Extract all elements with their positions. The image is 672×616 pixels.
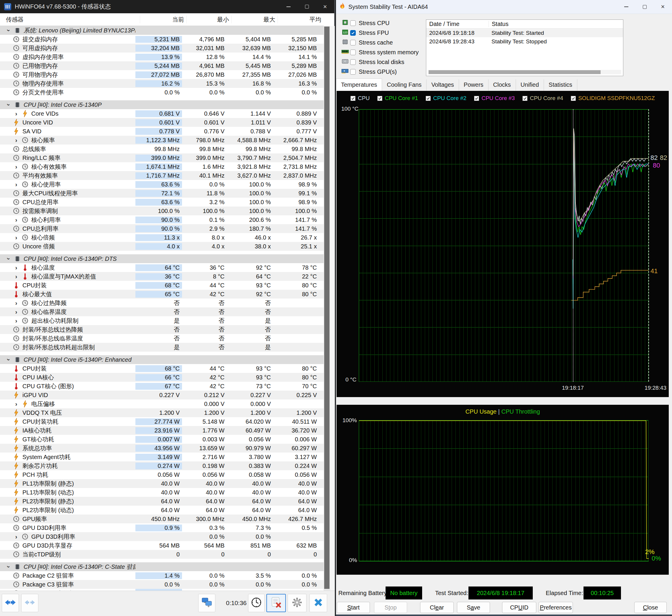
legend-checkbox[interactable] <box>522 96 527 101</box>
tab-voltages[interactable]: Voltages <box>427 79 459 91</box>
collapse-icon[interactable]: › <box>4 255 13 262</box>
expand-icon[interactable]: › <box>12 216 21 223</box>
minimize-button[interactable] <box>617 0 635 14</box>
checkbox-cpu[interactable] <box>350 20 356 26</box>
settings-button[interactable] <box>288 594 307 612</box>
tab-clocks[interactable]: Clocks <box>489 79 516 91</box>
close-button[interactable]: Close <box>634 602 667 613</box>
sensor-row[interactable]: Uncore VID0.601 V0.601 V1.011 V0.839 V <box>0 118 324 127</box>
sensor-row[interactable]: System Agent功耗3.149 W2.716 W3.780 W3.127… <box>0 453 324 461</box>
sensor-row[interactable]: GT核心功耗0.007 W0.003 W0.056 W0.006 W <box>0 435 324 444</box>
back-forward-button[interactable] <box>2 594 19 612</box>
log-row[interactable]: 2024/6/8 19:18:18Stability Test: Started <box>426 29 623 37</box>
sensor-row[interactable]: CPU封装68 °C44 °C93 °C80 °C <box>0 281 324 290</box>
cpuid-button[interactable]: CPUID <box>502 602 536 613</box>
preferences-button[interactable]: Preferences <box>539 602 573 613</box>
collapse-arrows-button[interactable] <box>21 594 38 612</box>
collapse-icon[interactable]: › <box>4 101 13 108</box>
minimize-button[interactable] <box>279 0 298 13</box>
legend-checkbox[interactable] <box>350 96 355 101</box>
expand-icon[interactable]: › <box>12 110 21 117</box>
start-button[interactable]: Start <box>337 602 370 613</box>
tab-unified[interactable]: Unified <box>516 79 544 91</box>
column-header-max[interactable]: 最大 <box>231 16 278 23</box>
maximize-button[interactable] <box>635 0 654 14</box>
sensor-row[interactable]: GPU D3D利用率0.9 %0.3 %7.3 %0.5 % <box>0 523 324 532</box>
sensor-row[interactable]: Package C3 驻留率0.0 %0.0 %0.0 %0.0 % <box>0 580 324 589</box>
clock-button[interactable] <box>248 594 265 612</box>
sensor-row[interactable]: 最大CPU/线程使用率72.1 %11.8 %100.0 %99.1 % <box>0 189 324 198</box>
sensor-row[interactable]: CPU总使用率63.6 %3.2 %100.0 %98.9 % <box>0 198 324 207</box>
column-header-current[interactable]: 当前 <box>140 16 186 23</box>
sensor-row[interactable]: ›核心有效频率1,674.1 MHz1.6 MHz3,921.8 MHz2,73… <box>0 162 324 171</box>
sensor-row[interactable]: 提交虚拟内存5,231 MB4,796 MB5,404 MB5,285 MB <box>0 35 324 44</box>
tab-temperatures[interactable]: Temperatures <box>336 78 382 91</box>
sensor-row[interactable]: 按需频率调制100.0 %100.0 %100.0 %100.0 % <box>0 207 324 215</box>
checkbox-cache[interactable] <box>350 40 356 45</box>
sensor-row[interactable]: GPU D3D共享显存564 MB564 MB851 MB632 MB <box>0 541 324 550</box>
sensor-row[interactable]: GPU频率450.0 MHz300.0 MHz450.0 MHz426.7 MH… <box>0 515 324 523</box>
expand-icon[interactable]: › <box>12 273 21 280</box>
sensor-row[interactable]: PL2功率限制 (静态)64.0 W64.0 W64.0 W64.0 W <box>0 497 324 506</box>
sensor-row[interactable]: 核心最大值65 °C42 °C92 °C80 °C <box>0 290 324 299</box>
sensor-row[interactable]: ›核心温度64 °C36 °C92 °C78 °C <box>0 263 324 272</box>
log-column-status[interactable]: Status <box>489 21 623 27</box>
legend-checkbox[interactable] <box>377 96 382 101</box>
sensor-section-header[interactable]: ›CPU [#0]: Intel Core i5-1340P <box>0 100 324 109</box>
sensor-row[interactable]: 系统总功率43.956 W13.659 W90.979 W60.297 W <box>0 444 324 453</box>
sensor-row[interactable]: 封装/环形总线过热降频否否否 <box>0 325 324 334</box>
collapse-icon[interactable]: › <box>4 27 13 34</box>
sensor-row[interactable]: PL1功率限制 (动态)40.0 W40.0 W40.0 W40.0 W <box>0 488 324 497</box>
sensor-row[interactable]: iGPU VID0.227 V0.212 V0.227 V0.225 V <box>0 391 324 399</box>
sensor-row[interactable]: 封装/环形总线临界温度否否否 <box>0 334 324 343</box>
sensor-row[interactable]: ›电压偏移0.000 V0.000 V <box>0 399 324 408</box>
sensor-row[interactable]: SA VID0.778 V0.776 V0.788 V0.777 V <box>0 127 324 136</box>
expand-icon[interactable]: › <box>12 181 21 188</box>
sensor-row[interactable]: ›超出核心功耗限制是否是 <box>0 316 324 325</box>
expand-icon[interactable]: › <box>12 299 21 307</box>
log-column-datetime[interactable]: Date / Time <box>426 21 489 27</box>
tab-statistics[interactable]: Statistics <box>544 79 577 91</box>
sensor-row[interactable]: Ring/LLC 频率399.0 MHz399.0 MHz3,790.7 MHz… <box>0 153 324 162</box>
sensor-row[interactable]: CPU总利用率90.0 %2.9 %180.7 %141.7 % <box>0 224 324 233</box>
log-row[interactable]: 2024/6/8 19:28:43Stability Test: Stopped <box>426 37 623 46</box>
sensor-row[interactable]: 已用物理内存5,244 MB4,961 MB5,445 MB5,289 MB <box>0 61 324 70</box>
legend-checkbox[interactable] <box>474 96 479 101</box>
maximize-button[interactable] <box>298 0 316 13</box>
tab-cooling-fans[interactable]: Cooling Fans <box>382 79 427 91</box>
expand-icon[interactable]: › <box>12 264 21 271</box>
close-button[interactable]: × <box>654 0 672 14</box>
sensor-row[interactable]: CPU GT核心 (图形)67 °C42 °C73 °C70 °C <box>0 382 324 391</box>
sensor-row[interactable]: CPU IA核心66 °C42 °C93 °C80 °C <box>0 373 324 382</box>
log-horizontal-scrollbar[interactable] <box>428 70 621 74</box>
aida64-titlebar[interactable]: System Stability Test - AIDA64 × <box>336 0 672 14</box>
column-header-avg[interactable]: 平均 <box>278 16 324 23</box>
sensor-row[interactable]: 分页文件使用率0.0 %0.0 %0.0 %0.0 % <box>0 88 324 97</box>
logging-stop-button[interactable] <box>266 594 286 612</box>
expand-icon[interactable]: › <box>12 234 21 241</box>
sensor-section-header[interactable]: ›CPU [#0]: Intel Core i5-1340P: C-State … <box>0 562 324 571</box>
sensor-row[interactable]: 可用虚拟内存32,204 MB32,031 MB32,639 MB32,150 … <box>0 44 324 53</box>
sensor-row[interactable]: 当前cTDP级别0000 <box>0 550 324 559</box>
collapse-icon[interactable]: › <box>4 356 13 363</box>
sensor-row[interactable]: ›核心频率1,122.3 MHz798.0 MHz4,588.8 MHz2,66… <box>0 136 324 145</box>
sensor-row[interactable]: 平均有效频率1,716.7 MHz40.1 MHz3,627.0 MHz2,83… <box>0 171 324 180</box>
collapse-icon[interactable]: › <box>4 563 13 570</box>
sensor-row[interactable]: CPU封装68 °C44 °C93 °C80 °C <box>0 364 324 373</box>
remote-monitoring-button[interactable] <box>198 594 215 612</box>
expand-icon[interactable]: › <box>12 137 21 144</box>
sensor-row[interactable]: IA核心功耗23.916 W1.776 W60.497 W36.720 W <box>0 426 324 435</box>
checkbox-fpu[interactable] <box>350 30 356 36</box>
sensor-section-header[interactable]: ›CPU [#0]: Intel Core i5-1340P: DTS <box>0 254 324 263</box>
sensor-row[interactable]: CPU封装功耗27.774 W5.148 W64.020 W40.511 W <box>0 417 324 426</box>
clear-button[interactable]: Clear <box>420 602 454 613</box>
column-header-sensor[interactable]: 传感器 <box>0 16 140 24</box>
expand-icon[interactable]: › <box>12 400 21 407</box>
vertical-scrollbar[interactable] <box>324 26 330 591</box>
legend-checkbox[interactable] <box>571 96 576 101</box>
sensor-row[interactable]: 物理内存使用率16.2 %15.3 %16.8 %16.3 % <box>0 79 324 88</box>
sensor-row[interactable]: PCH 功耗0.056 W0.056 W0.058 W0.056 W <box>0 470 324 479</box>
sensor-row[interactable]: ›核心温度与TjMAX的差值36 °C8 °C64 °C22 °C <box>0 272 324 281</box>
sensor-row[interactable]: ›核心临界温度否否否 <box>0 307 324 316</box>
sensor-row[interactable]: PL1功率限制 (静态)40.0 W40.0 W40.0 W40.0 W <box>0 479 324 488</box>
